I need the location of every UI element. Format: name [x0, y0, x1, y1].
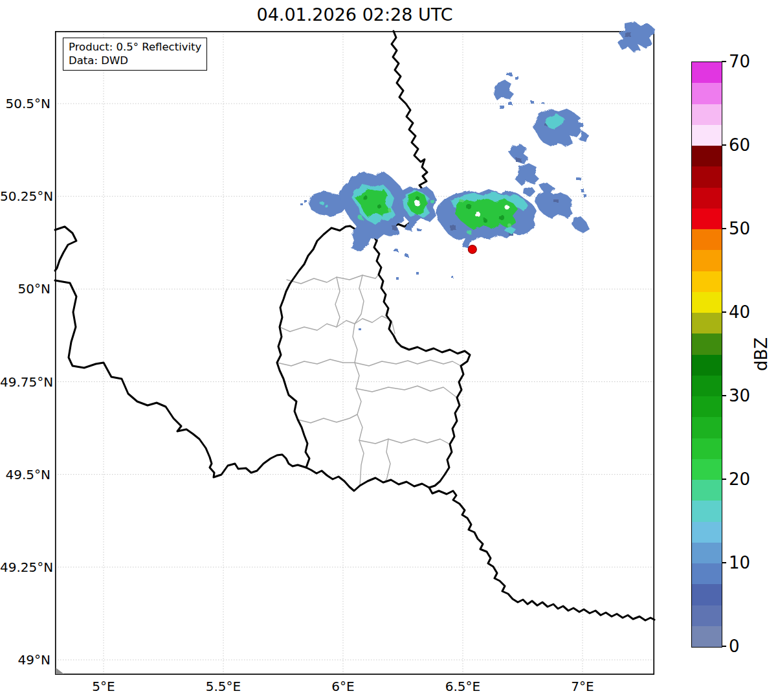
- y-tick-label: 49.75°N: [0, 374, 50, 390]
- colorbar-segment: [692, 250, 722, 271]
- x-tick-label: 6.5°E: [445, 679, 480, 694]
- colorbar-tick-label: 10: [729, 554, 750, 571]
- colorbar-segment: [692, 438, 722, 459]
- product-info-line2: Data: DWD: [69, 54, 201, 67]
- echo-layer-blue: [300, 21, 655, 330]
- colorbar-axis-label: dBZ: [743, 327, 778, 381]
- colorbar-segment: [692, 166, 722, 187]
- colorbar-tickmark: [722, 228, 726, 229]
- colorbar-tickmark: [722, 479, 726, 480]
- colorbar-tick-label: 50: [729, 220, 750, 237]
- colorbar-segment: [692, 292, 722, 313]
- colorbar-segment: [692, 480, 722, 501]
- colorbar-tick-label: 70: [729, 53, 750, 70]
- corner-land-patch: [56, 668, 64, 674]
- colorbar-segment: [692, 543, 722, 563]
- radar-site-marker: [468, 245, 476, 254]
- colorbar-tickmark: [722, 646, 726, 647]
- colorbar-segment: [692, 83, 722, 104]
- y-tick-label: 50.25°N: [0, 188, 50, 205]
- y-tick-label: 50°N: [0, 280, 50, 297]
- colorbar-tickmark: [722, 311, 726, 313]
- radar-echoes: [300, 21, 655, 330]
- colorbar-segment: [692, 313, 722, 333]
- x-tick-label: 6°E: [331, 679, 354, 694]
- y-tick-label: 49°N: [0, 651, 50, 668]
- colorbar-segment: [692, 584, 722, 605]
- colorbar-tickmark: [722, 61, 726, 62]
- colorbar-tick-label: 60: [729, 137, 750, 153]
- y-tick-label: 49.25°N: [0, 559, 50, 576]
- colorbar: [691, 62, 722, 648]
- colorbar-segment: [692, 376, 722, 396]
- map-canvas: [55, 31, 654, 675]
- colorbar-tickmark: [722, 395, 726, 396]
- x-tick-label: 5°E: [92, 679, 115, 694]
- colorbar-tick-label: 20: [729, 471, 750, 488]
- radar-figure: 04.01.2026 02:28 UTC: [0, 0, 778, 700]
- admin-borders: [277, 275, 461, 486]
- colorbar-segment: [692, 229, 722, 250]
- plot-title: 04.01.2026 02:28 UTC: [55, 4, 654, 26]
- colorbar-segment: [692, 146, 722, 166]
- x-tick-label: 5.5°E: [206, 679, 241, 694]
- colorbar-segment: [692, 459, 722, 480]
- x-tick-label: 7°E: [571, 679, 594, 694]
- colorbar-segment: [692, 271, 722, 292]
- colorbar-segment: [692, 417, 722, 438]
- colorbar-segment: [692, 62, 722, 83]
- colorbar-segment: [692, 188, 722, 209]
- colorbar-tick-label: 30: [729, 387, 750, 404]
- colorbar-segment: [692, 605, 722, 626]
- colorbar-axis-label-text: dBZ: [751, 337, 771, 371]
- colorbar-segment: [692, 396, 722, 417]
- colorbar-tick-label: 40: [729, 304, 750, 321]
- colorbar-segment: [692, 563, 722, 584]
- colorbar-segment: [692, 626, 722, 647]
- colorbar-segment: [692, 125, 722, 146]
- product-info-box: Product: 0.5° Reflectivity Data: DWD: [63, 38, 207, 71]
- map-plot-area: Product: 0.5° Reflectivity Data: DWD: [55, 31, 654, 675]
- colorbar-segment: [692, 522, 722, 543]
- product-info-line1: Product: 0.5° Reflectivity: [69, 40, 201, 54]
- colorbar-segment: [692, 333, 722, 354]
- colorbar-tick-label: 0: [729, 638, 740, 655]
- colorbar-segment: [692, 355, 722, 376]
- colorbar-tickmark: [722, 562, 726, 563]
- y-tick-label: 49.5°N: [0, 466, 50, 483]
- colorbar-segment: [692, 104, 722, 125]
- colorbar-segment: [692, 501, 722, 521]
- colorbar-segment: [692, 209, 722, 229]
- y-tick-label: 50.5°N: [0, 95, 50, 112]
- colorbar-tickmark: [722, 144, 726, 146]
